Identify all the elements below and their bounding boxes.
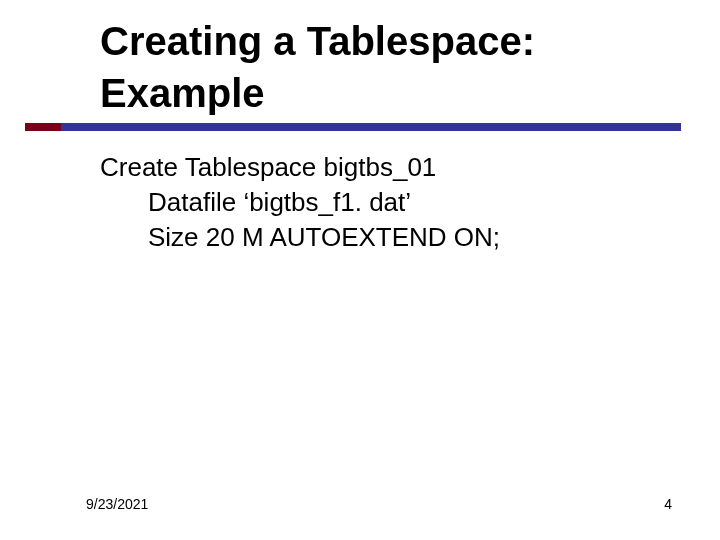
title-accent-bar [25, 123, 61, 131]
body-line-2: Datafile ‘bigtbs_f1. dat’ [148, 185, 660, 220]
slide-body: Create Tablespace bigtbs_01 Datafile ‘bi… [100, 150, 660, 255]
footer-date: 9/23/2021 [86, 496, 148, 512]
body-line-3: Size 20 M AUTOEXTEND ON; [148, 220, 660, 255]
slide: Creating a Tablespace: Example Create Ta… [0, 0, 720, 540]
title-line-2: Example [100, 70, 660, 122]
title-underline [61, 123, 681, 131]
title-line-1: Creating a Tablespace: [100, 18, 660, 70]
slide-title: Creating a Tablespace: Example [100, 18, 660, 122]
body-line-1: Create Tablespace bigtbs_01 [100, 150, 660, 185]
footer-page-number: 4 [664, 496, 672, 512]
